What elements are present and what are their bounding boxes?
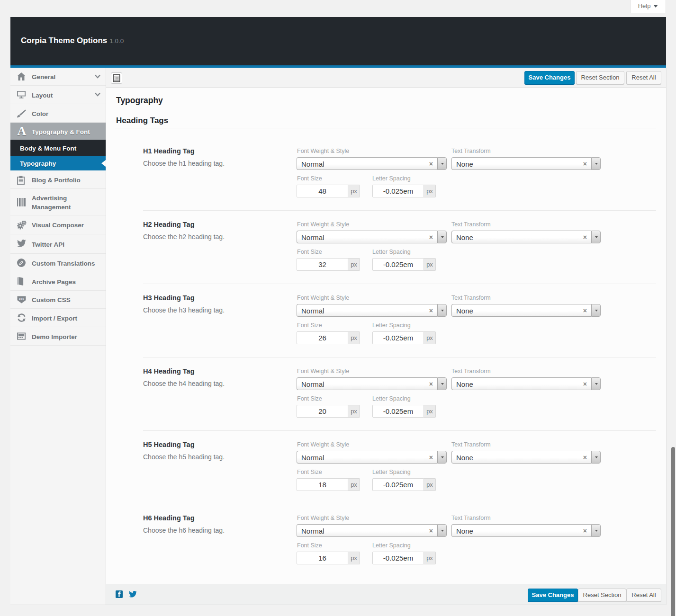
svg-text:A: A — [18, 125, 27, 137]
svg-text:css: css — [19, 297, 24, 300]
